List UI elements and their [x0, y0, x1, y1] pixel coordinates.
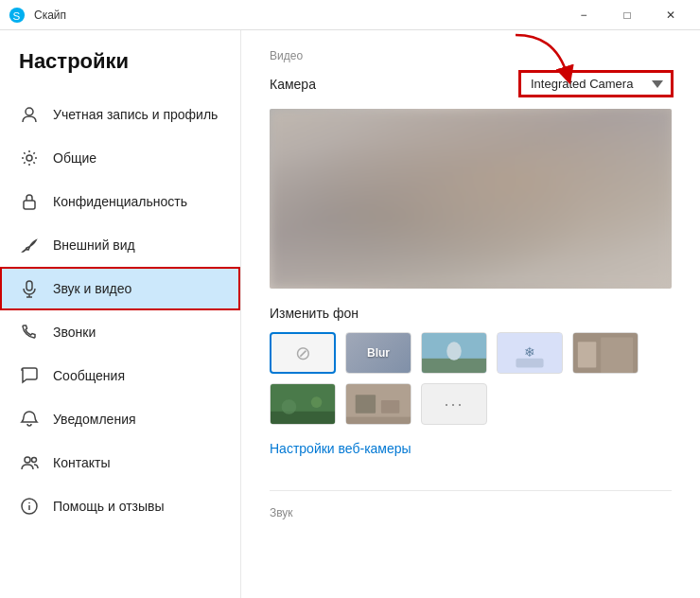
brush-icon	[19, 235, 40, 255]
svg-point-6	[25, 457, 30, 463]
svg-rect-13	[422, 359, 486, 374]
sidebar-item-notifications[interactable]: Уведомления	[0, 397, 240, 441]
sidebar-item-account-label: Учетная запись и профиль	[53, 107, 218, 122]
camera-preview-blur	[270, 109, 672, 289]
bg-options: ⊘ Blur ❄	[270, 332, 672, 425]
minimize-button[interactable]: −	[562, 0, 605, 30]
snow-thumbnail: ❄	[498, 332, 562, 374]
svg-text:❄: ❄	[524, 345, 535, 360]
deer-thumbnail	[422, 332, 486, 374]
section-divider	[270, 490, 672, 491]
svg-point-7	[32, 458, 37, 463]
bg-option-green[interactable]	[270, 383, 336, 425]
sidebar-item-contacts[interactable]: Контакты	[0, 441, 240, 484]
titlebar-title: Скайп	[34, 9, 562, 22]
person-icon	[19, 104, 40, 125]
bg-option-snow[interactable]: ❄	[497, 332, 563, 374]
sidebar-item-contacts-label: Контакты	[53, 455, 110, 470]
bg-row-1: ⊘ Blur ❄	[270, 332, 672, 374]
sidebar-item-privacy[interactable]: Конфиденциальность	[0, 180, 240, 223]
camera-dropdown-wrapper: Integrated Camera	[520, 72, 672, 96]
close-button[interactable]: ✕	[649, 0, 692, 30]
camera-row: Камера Integrated Camera	[270, 72, 672, 96]
sound-section-label: Звук	[270, 506, 672, 519]
sidebar-item-general[interactable]: Общие	[0, 136, 240, 180]
sidebar-item-calls[interactable]: Звонки	[0, 310, 240, 354]
webcam-settings-link[interactable]: Настройки веб-камеры	[270, 441, 411, 456]
mic-icon	[19, 278, 40, 299]
bg-option-none[interactable]: ⊘	[270, 332, 336, 374]
phone-icon	[19, 322, 40, 343]
svg-rect-19	[578, 342, 596, 367]
sidebar-item-help-label: Помощь и отзывы	[53, 499, 165, 514]
people-icon	[19, 452, 40, 473]
sidebar-item-calls-label: Звонки	[53, 325, 96, 340]
window-controls: − □ ✕	[562, 0, 692, 30]
svg-rect-17	[516, 359, 543, 368]
sidebar-item-audio-video-label: Звук и видео	[53, 281, 131, 296]
svg-rect-22	[271, 412, 335, 425]
maximize-button[interactable]: □	[605, 0, 649, 30]
svg-rect-20	[601, 337, 633, 373]
bg-option-blur[interactable]: Blur	[345, 332, 411, 374]
sidebar-item-appearance-label: Внешний вид	[53, 237, 135, 253]
change-bg-label: Изменить фон	[270, 306, 672, 321]
camera-select[interactable]: Integrated Camera	[520, 72, 672, 96]
room-thumbnail	[346, 383, 411, 425]
sidebar-item-general-label: Общие	[53, 150, 96, 166]
sidebar: Настройки Учетная запись и профиль Общие	[0, 30, 241, 598]
svg-rect-26	[356, 395, 376, 413]
main-content: Видео Камера Integrated Camera	[241, 30, 700, 598]
titlebar: S Скайп − □ ✕	[0, 0, 700, 30]
sidebar-item-notifications-label: Уведомления	[53, 412, 136, 427]
bg-row-2: ···	[270, 383, 672, 425]
camera-row-wrapper: Камера Integrated Camera	[270, 72, 672, 96]
video-section-label: Видео	[270, 49, 672, 62]
bg-option-room[interactable]	[345, 383, 411, 425]
more-dots-icon: ···	[444, 395, 464, 414]
camera-preview	[270, 109, 672, 289]
svg-point-23	[282, 399, 297, 414]
sidebar-item-account[interactable]: Учетная запись и профиль	[0, 93, 240, 136]
svg-point-10	[28, 502, 30, 504]
svg-point-2	[26, 108, 33, 115]
bg-option-more[interactable]: ···	[421, 383, 487, 425]
no-background-icon: ⊘	[295, 342, 311, 364]
svg-rect-4	[24, 201, 35, 209]
bg-option-office[interactable]	[572, 332, 639, 374]
sidebar-item-messages-label: Сообщения	[53, 368, 125, 383]
camera-label: Камера	[270, 77, 316, 92]
svg-point-24	[311, 396, 323, 408]
office-thumbnail	[573, 332, 638, 374]
gear-icon	[19, 148, 40, 168]
bg-option-deer[interactable]	[421, 332, 487, 374]
app-body: Настройки Учетная запись и профиль Общие	[0, 30, 700, 598]
settings-title: Настройки	[0, 49, 240, 93]
sidebar-item-help[interactable]: Помощь и отзывы	[0, 484, 240, 528]
info-icon	[19, 496, 40, 517]
sidebar-item-messages[interactable]: Сообщения	[0, 354, 240, 397]
svg-point-3	[26, 155, 32, 161]
svg-rect-28	[346, 417, 411, 425]
sidebar-item-appearance[interactable]: Внешний вид	[0, 223, 240, 267]
lock-icon	[19, 191, 40, 212]
green-thumbnail	[271, 383, 335, 425]
bell-icon	[19, 409, 40, 430]
svg-text:S: S	[13, 9, 21, 21]
app-icon: S	[8, 6, 26, 25]
svg-rect-5	[26, 281, 32, 290]
sidebar-item-privacy-label: Конфиденциальность	[53, 194, 187, 209]
svg-point-14	[446, 342, 462, 360]
chat-icon	[19, 365, 40, 386]
blur-label: Blur	[367, 346, 390, 360]
sidebar-item-audio-video[interactable]: Звук и видео	[0, 267, 240, 310]
svg-rect-27	[381, 400, 399, 413]
